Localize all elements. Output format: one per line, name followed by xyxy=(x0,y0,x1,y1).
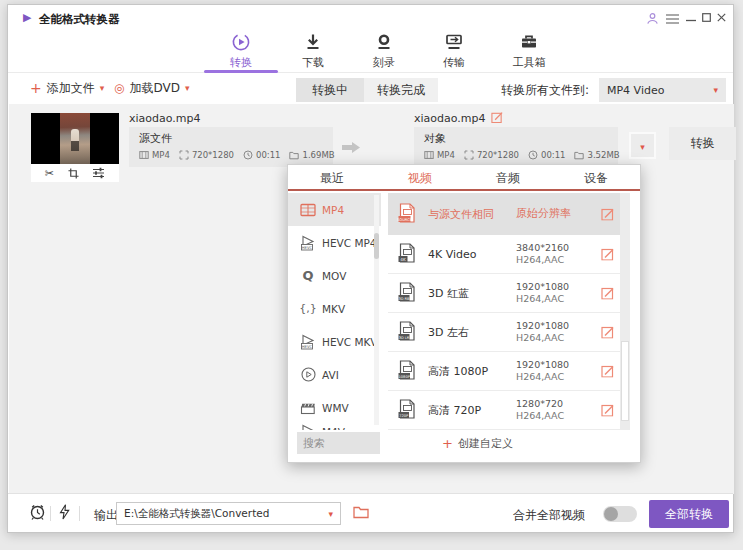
svg-text:3D LR: 3D LR xyxy=(399,336,410,340)
popup-tab-video[interactable]: 视频 xyxy=(376,165,464,189)
mp4-film-icon xyxy=(296,203,320,217)
tab-download[interactable]: 下载 xyxy=(283,31,343,71)
preset-source-icon: SOURCE xyxy=(396,203,418,225)
format-item-hevc-mkv[interactable]: HEVC HEVC MKV xyxy=(288,325,381,358)
clapperboard-icon xyxy=(296,401,320,415)
preset-edit-icon[interactable] xyxy=(601,326,614,339)
preset-list-scrollbar[interactable] xyxy=(620,193,630,430)
preset-row-3d-sbs[interactable]: 3D LR 3D 左右 1920*1080H264,AAC xyxy=(388,313,630,352)
search-input[interactable] xyxy=(297,432,380,454)
preset-edit-icon[interactable] xyxy=(601,208,614,221)
clock-icon xyxy=(243,150,253,160)
account-icon[interactable] xyxy=(646,12,659,25)
schedule-alarm-icon[interactable] xyxy=(29,503,46,521)
merge-videos-toggle[interactable] xyxy=(603,506,637,522)
popup-tabbar: 最近 视频 音频 设备 xyxy=(288,165,640,191)
format-dropdown-caret-icon: ▾ xyxy=(640,142,645,152)
film-icon xyxy=(139,150,149,160)
thumbnail-person-figure xyxy=(71,129,79,151)
resolution-icon xyxy=(179,150,189,160)
preset-row-hd-1080p[interactable]: 1080P 高清 1080P 1920*1080H264,AAC xyxy=(388,352,630,391)
format-item-mkv[interactable]: {,} MKV xyxy=(288,292,381,325)
target-info-box: 对象 MP4 720*1280 00:11 3.52MB xyxy=(414,127,618,167)
convert-all-to-value: MP4 Video xyxy=(607,84,664,97)
tab-converting[interactable]: 转换中 xyxy=(296,78,364,102)
convert-all-caret-icon: ▾ xyxy=(713,85,718,95)
maximize-button[interactable] xyxy=(702,13,711,22)
load-dvd-button[interactable]: ◎ 加载DVD ▾ xyxy=(114,79,190,97)
preset-row-same-as-source[interactable]: SOURCE 与源文件相同 原始分辨率 xyxy=(388,193,630,235)
preset-edit-icon[interactable] xyxy=(601,248,614,261)
target-box-label: 对象 xyxy=(424,131,608,146)
tab-burn[interactable]: 刻录 xyxy=(354,31,414,71)
create-custom-button[interactable]: + 创建自定义 xyxy=(442,432,513,454)
target-filename: xiaodao.mp4 xyxy=(414,112,486,125)
output-path-caret-icon: ▾ xyxy=(328,509,333,519)
format-dropdown-button[interactable]: ▾ xyxy=(629,132,656,159)
preset-edit-icon[interactable] xyxy=(601,365,614,378)
open-folder-icon[interactable] xyxy=(353,505,369,519)
popup-tab-recent[interactable]: 最近 xyxy=(288,165,376,189)
preset-row-hd-720p[interactable]: 720P 高清 720P 1280*720H264,AAC xyxy=(388,391,630,430)
popup-tab-audio[interactable]: 音频 xyxy=(464,165,552,189)
film-icon xyxy=(424,150,434,160)
crop-icon[interactable] xyxy=(68,168,79,179)
format-list-scrollbar-thumb[interactable] xyxy=(374,233,379,259)
dvd-icon: ◎ xyxy=(114,81,124,95)
folder-icon xyxy=(289,151,299,160)
effects-sliders-icon[interactable] xyxy=(92,167,105,179)
source-duration: 00:11 xyxy=(243,150,281,160)
folder-icon xyxy=(574,151,584,160)
footer-divider xyxy=(50,506,51,521)
format-item-avi[interactable]: AVI xyxy=(288,358,381,391)
tab-convert[interactable]: 转换 xyxy=(211,31,271,71)
active-tab-underline xyxy=(204,70,278,73)
tab-transfer-label: 传输 xyxy=(424,55,484,70)
clock-icon xyxy=(528,150,538,160)
format-item-hevc-mp4[interactable]: HEVC HEVC MP4 xyxy=(288,226,381,259)
source-box-label: 源文件 xyxy=(139,131,323,146)
rename-icon[interactable] xyxy=(491,111,503,123)
popup-tab-device[interactable]: 设备 xyxy=(552,165,640,189)
convert-row-button[interactable]: 转换 xyxy=(669,127,736,160)
preset-edit-icon[interactable] xyxy=(601,287,614,300)
edit-toolbar: ✂ xyxy=(31,164,119,182)
format-list-scrollbar[interactable] xyxy=(374,195,379,425)
burn-disc-icon xyxy=(373,31,395,53)
preset-edit-icon[interactable] xyxy=(601,404,614,417)
video-thumbnail[interactable] xyxy=(31,113,119,164)
trim-icon[interactable]: ✂ xyxy=(45,167,54,180)
target-size: 3.52MB xyxy=(574,150,619,160)
source-filename: xiaodao.mp4 xyxy=(129,112,201,125)
plus-icon: + xyxy=(442,436,453,451)
convert-all-to-select[interactable]: MP4 Video ▾ xyxy=(599,78,726,102)
tab-toolbox[interactable]: 工具箱 xyxy=(494,31,564,71)
source-size: 1.69MB xyxy=(289,150,334,160)
format-item-wmv[interactable]: WMV xyxy=(288,391,381,424)
hevc-play-icon: HEVC xyxy=(296,235,320,251)
format-item-m4v[interactable]: M4V xyxy=(288,424,381,430)
tab-finished[interactable]: 转换完成 xyxy=(364,78,438,102)
convert-all-to-label: 转换所有文件到: xyxy=(501,82,589,99)
download-icon xyxy=(302,31,324,53)
preset-3d-lr-icon: 3D LR xyxy=(396,321,418,343)
tab-transfer[interactable]: 传输 xyxy=(424,31,484,71)
close-button[interactable] xyxy=(717,13,726,22)
format-item-mp4[interactable]: MP4 xyxy=(288,193,381,226)
svg-text:HEVC: HEVC xyxy=(301,343,312,348)
convert-all-button[interactable]: 全部转换 xyxy=(649,500,729,528)
output-path-select[interactable]: E:\全能格式转换器\Converted ▾ xyxy=(116,502,341,525)
preset-row-3d-anaglyph[interactable]: 3D RB 3D 红蓝 1920*1080H264,AAC xyxy=(388,274,630,313)
menu-icon[interactable] xyxy=(666,14,679,24)
target-resolution: 720*1280 xyxy=(464,150,519,160)
format-item-mov[interactable]: Q MOV xyxy=(288,259,381,292)
add-file-button[interactable]: + 添加文件 ▾ xyxy=(30,79,104,97)
app-title: 全能格式转换器 xyxy=(39,12,120,27)
preset-1080p-icon: 1080P xyxy=(396,360,418,382)
preset-row-4k[interactable]: 4K 4K Video 3840*2160H264,AAC xyxy=(388,235,630,274)
create-custom-label: 创建自定义 xyxy=(458,436,513,451)
minimize-button[interactable] xyxy=(686,19,696,22)
arrow-right-icon xyxy=(340,140,362,155)
high-speed-bolt-icon[interactable] xyxy=(59,504,70,520)
preset-list-scrollbar-thumb[interactable] xyxy=(621,341,629,421)
